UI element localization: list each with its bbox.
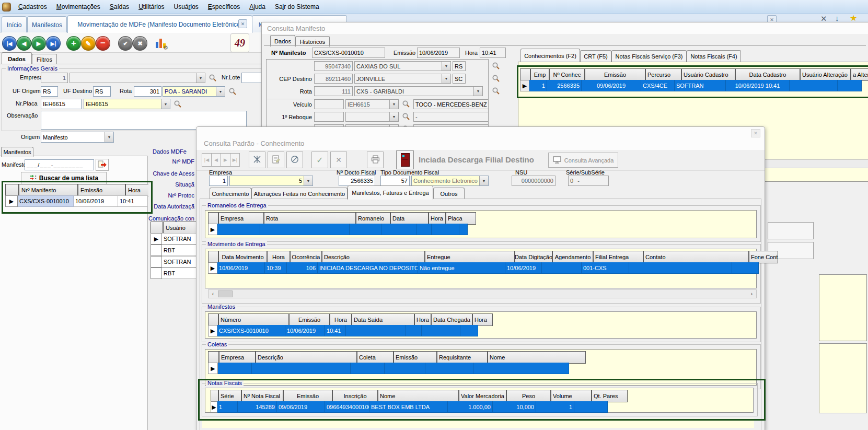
phone-disabled-button[interactable] bbox=[286, 152, 303, 168]
menu-item-utilitarios[interactable]: Utilitários bbox=[134, 3, 169, 10]
next-record-button[interactable]: ▶ bbox=[31, 36, 46, 51]
scroll-left-icon[interactable]: ‹ bbox=[209, 290, 217, 297]
cp-manifestos-grid-row[interactable]: ▶ CXS/CXS-0010010 10/06/2019 10:41 bbox=[208, 325, 478, 336]
cep-origem-search-icon[interactable] bbox=[492, 62, 500, 70]
door-exit-button[interactable] bbox=[396, 150, 414, 169]
tab-mdfe[interactable]: Movimentação de MDFe (Manifesto Document… bbox=[67, 15, 252, 33]
chart-button[interactable]: ⚙ bbox=[155, 37, 169, 50]
cm-tab-dados[interactable]: Dados bbox=[270, 35, 295, 47]
delete-button[interactable]: − bbox=[96, 36, 110, 51]
close-icon[interactable]: ✕ bbox=[751, 129, 760, 137]
scroll-thumb[interactable] bbox=[218, 290, 233, 297]
cp-tipo-numero-field[interactable]: 57 bbox=[380, 176, 410, 186]
chevron-down-icon: ▼ bbox=[216, 87, 225, 96]
nr-placa-combo[interactable]: IEH6615▼ bbox=[84, 99, 170, 109]
tab-manifestos[interactable]: Manifestos bbox=[27, 16, 67, 33]
menu-item-saidas[interactable]: Saídas bbox=[105, 3, 134, 10]
veiculo-search-icon[interactable] bbox=[402, 100, 410, 108]
prev-record-button[interactable]: ◀ bbox=[17, 36, 31, 51]
rota-combo[interactable]: POA - SARANDI▼ bbox=[163, 86, 225, 97]
consulta-avancada-button[interactable]: Consulta Avançada bbox=[548, 153, 618, 168]
nav-prev-button[interactable]: ◀ bbox=[211, 153, 221, 167]
empresa-combo[interactable]: ▼ bbox=[70, 73, 205, 83]
print-button[interactable] bbox=[367, 152, 384, 168]
add-button[interactable]: + bbox=[66, 36, 81, 51]
nr-placa-field[interactable]: IEH6615 bbox=[41, 99, 82, 109]
download-icon[interactable]: ↓ bbox=[835, 14, 839, 22]
cm-tab-historicos[interactable]: Historicos bbox=[295, 36, 330, 47]
tab-form-filtros[interactable]: Filtros bbox=[32, 54, 57, 65]
tab-inicio[interactable]: Início bbox=[2, 16, 27, 33]
cp-tab-manifestos-faturas[interactable]: Manifestos, Faturas e Entrega bbox=[348, 185, 433, 200]
manifesto-mask-field[interactable]: ___/___-________ bbox=[25, 159, 94, 170]
placa-search-icon[interactable] bbox=[173, 100, 182, 108]
menu-item-usuarios[interactable]: Usuários bbox=[169, 3, 203, 10]
menu-item-sair[interactable]: Sair do Sistema bbox=[270, 3, 324, 10]
veiculo-combo[interactable]: IEH6615▼ bbox=[345, 99, 399, 109]
cp-tab-alteracoes[interactable]: Alterações Feitas no Conhecimento bbox=[251, 188, 348, 200]
cancel-button[interactable]: ✕ bbox=[330, 152, 347, 168]
veiculo-label: Veículo bbox=[293, 101, 312, 108]
menu-item-movimentacoes[interactable]: Movimentações bbox=[52, 3, 105, 10]
uf-destino-label: UF Destino bbox=[63, 88, 92, 94]
movimento-grid-row[interactable]: ▶ 10/06/2019 10:39 106 INICIADA DESCARGA… bbox=[208, 262, 759, 274]
empresa-field[interactable]: 1 bbox=[41, 73, 68, 83]
cm-tab-conhecimentos[interactable]: Conhecimentos (F2) bbox=[520, 49, 580, 62]
buscar-lista-button[interactable]: Buscar de uma lista bbox=[21, 172, 107, 184]
coletas-grid-row[interactable]: ▶ bbox=[208, 363, 569, 374]
reboque1-combo[interactable]: ▼ bbox=[345, 112, 399, 122]
nav-last-button[interactable]: ▶| bbox=[230, 153, 240, 167]
cm-tab-nf-servico[interactable]: Notas Fiscais Serviço (F3) bbox=[611, 50, 687, 62]
cep-destino-search-icon[interactable] bbox=[492, 74, 500, 83]
uf-origem-field[interactable]: RS bbox=[41, 86, 58, 97]
last-record-button[interactable]: ▶| bbox=[46, 36, 61, 51]
cp-docto-field[interactable]: 2566335 bbox=[339, 176, 375, 186]
cp-empresa-combo[interactable]: 5▼ bbox=[229, 176, 313, 186]
movimento-h-scrollbar[interactable]: ‹ › bbox=[208, 289, 757, 298]
cp-tab-outros[interactable]: Outros bbox=[433, 188, 465, 200]
rota-search-icon[interactable] bbox=[228, 87, 237, 96]
nav-first-button[interactable]: |◀ bbox=[202, 153, 212, 167]
menu-item-cadastros[interactable]: Cadastros bbox=[14, 3, 52, 10]
row-marker-icon: ▶ bbox=[151, 233, 162, 245]
cm-rota-combo[interactable]: CXS - GARIBALDI▼ bbox=[354, 86, 483, 96]
insert-button[interactable] bbox=[249, 152, 265, 168]
confirm-button[interactable]: ✓ bbox=[311, 152, 328, 168]
nav-next-button[interactable]: ▶ bbox=[221, 153, 230, 167]
cidade-origem-combo[interactable]: CAXIAS DO SUL▼ bbox=[354, 61, 451, 71]
tab-form-dados[interactable]: Dados bbox=[2, 52, 32, 65]
empresa-search-icon[interactable] bbox=[209, 74, 217, 82]
scroll-right-icon[interactable]: › bbox=[748, 290, 756, 297]
manifest-grid-row[interactable]: ▶ CXS/CXS-0010010 10/06/2019 10:41 bbox=[5, 195, 148, 207]
cp-tipo-combo[interactable]: Conhecimento Eletronico▼ bbox=[411, 176, 489, 186]
cancel-button[interactable]: ✖ bbox=[133, 36, 147, 51]
menu-item-especificos[interactable]: Específicos bbox=[203, 3, 245, 10]
cm-tab-crt[interactable]: CRT (F5) bbox=[580, 50, 611, 62]
manifesto-go-button[interactable] bbox=[96, 159, 109, 171]
edit-button[interactable]: ✎ bbox=[81, 36, 96, 51]
romaneios-grid-row[interactable]: ▶ bbox=[208, 224, 468, 235]
confirm-button[interactable]: ✔ bbox=[118, 36, 133, 51]
notes-button[interactable] bbox=[268, 152, 284, 168]
origem-combo[interactable]: Manifesto▼ bbox=[41, 132, 114, 143]
cp-empresa-field[interactable]: 1 bbox=[209, 176, 228, 186]
cm-tab-notas-fiscais[interactable]: Notas Fiscais (F4) bbox=[687, 50, 741, 62]
notas-grid-row[interactable]: ▶ 1 145289 09/06/2019 09664934000100 BES… bbox=[211, 401, 608, 413]
tab-manifestos-section[interactable]: Manifestos bbox=[1, 147, 33, 157]
brand-49-button[interactable]: 49 bbox=[230, 33, 249, 52]
cp-tab-conhecimento[interactable]: Conhecimento bbox=[210, 188, 251, 200]
cm-rota-search-icon[interactable] bbox=[492, 87, 500, 95]
menu-item-ajuda[interactable]: Ajuda bbox=[245, 3, 270, 10]
dados-mdfe-title: Dados MDFe bbox=[153, 148, 187, 155]
cm-titlebar[interactable]: Consulta Manifesto bbox=[262, 22, 868, 34]
rota-numero-field[interactable]: 301 bbox=[134, 86, 161, 97]
cp-docto-label: Nº Docto Fiscal bbox=[337, 169, 376, 176]
protocolo-label: Nrº Protoc bbox=[168, 192, 194, 199]
uf-destino-field[interactable]: RS bbox=[93, 86, 111, 97]
cp-titlebar[interactable]: Consulta Padrão - Conhecimento ✕ bbox=[196, 127, 765, 150]
cidade-destino-combo[interactable]: JOINVILLE▼ bbox=[354, 74, 451, 84]
tab-close-icon[interactable]: ✕ bbox=[238, 19, 247, 28]
first-record-button[interactable]: |◀ bbox=[2, 36, 17, 51]
reboque1-search-icon[interactable] bbox=[402, 112, 410, 121]
conhecimentos-grid-row[interactable]: ▶ 1 2566335 09/06/2019 CXS/4CE SOFTRAN 1… bbox=[520, 80, 862, 91]
